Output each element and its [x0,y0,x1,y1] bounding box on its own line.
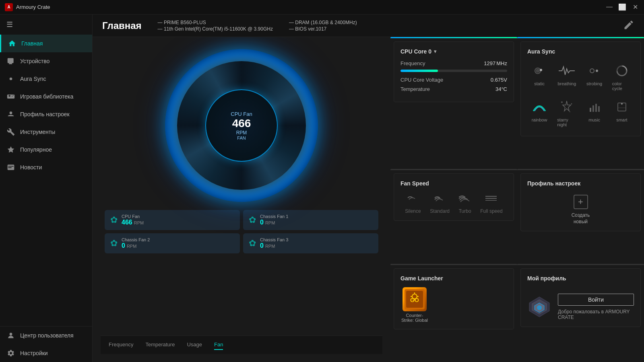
music-icon [586,99,603,115]
tab-fan[interactable]: Fan [214,340,223,350]
fan-stat-icon-cpu: ✿ [110,215,118,225]
fan-mode-full-speed[interactable]: Full speed [480,193,502,214]
starry-night-icon [559,99,575,115]
sidebar-item-profiles[interactable]: Профиль настроек [0,105,92,123]
profile-login: Войти Добро пожаловать в ARMOURY CRATE [558,294,634,320]
sidebar-item-aura[interactable]: Aura Sync [0,70,92,88]
fan-stat-value-chassis3: 0 [260,242,264,249]
hamburger-button[interactable]: ☰ [0,14,92,35]
sidebar-label-user-center: Центр пользователя [20,332,74,339]
fan-stat-info-cpu: CPU Fan 466 RPM [122,214,234,226]
fan-mode-standard[interactable]: Standard [430,193,450,214]
csgo-thumbnail: GO [402,287,427,311]
sidebar-item-games[interactable]: Игровая библиотека [0,88,92,105]
full-speed-icon [485,193,497,205]
fan-stat-unit-chassis3: RPM [265,244,275,249]
sys-info-col: — DRAM (16.0GB & 2400MHz) — BIOS ver.101… [289,20,357,32]
fan-stat-unit-chassis1: RPM [265,220,275,225]
minimize-button[interactable]: — [605,3,613,11]
sidebar-label-aura: Aura Sync [20,76,46,82]
my-profile-wrapper: Мой профиль [517,264,644,362]
aura-effect-music[interactable]: music [582,97,607,130]
fan-inner: CPU Fan 466 RPM FAN [205,89,278,162]
svg-rect-14 [598,106,600,112]
fan-stat-value-row-chassis1: 0 RPM [260,219,373,226]
aura-effect-label-color-cycle: color cycle [612,81,632,91]
fan-stat-chassis1: ✿ Chassis Fan 1 0 RPM [243,210,378,230]
fan-stat-value-cpu: 466 [122,219,132,226]
fan-stat-name-cpu: CPU Fan [122,214,234,219]
svg-point-1 [10,333,12,335]
sidebar-item-news[interactable]: Новости [0,158,92,176]
game-item-csgo[interactable]: GO Counter-Strike: Global [400,287,429,323]
cpu-dropdown-icon[interactable]: ▾ [434,49,436,54]
sidebar-label-games: Игровая библиотека [20,93,73,100]
fan-mode-turbo[interactable]: Turbo [459,193,471,214]
sidebar-label-tools: Инструменты [20,129,55,135]
temperature-label: Temperature [400,86,430,92]
aura-icon [6,74,15,83]
aura-effect-starry-night[interactable]: starry night [555,97,579,130]
fan-stat-value-row-chassis3: 0 RPM [260,242,373,249]
rainbow-icon [531,99,547,115]
aura-effect-label-music: music [588,117,600,122]
fan-mode-silence[interactable]: Silence [405,193,421,214]
frequency-progress-bg [400,70,507,72]
device-icon [6,57,15,66]
fan-label: CPU Fan [231,111,252,117]
aura-effect-rainbow[interactable]: rainbow [527,97,551,130]
page-title: Главная [102,20,142,31]
cpu-detail: — 11th Gen Intel(R) Core(TM) i5-11600K @… [158,26,273,32]
sidebar-label-profiles: Профиль настроек [20,111,70,117]
svg-point-10 [570,111,570,112]
fan-circle-container: CPU Fan 466 RPM FAN [165,49,318,202]
temperature-value: 34°C [495,86,507,92]
fan-type: FAN [237,136,246,140]
close-button[interactable]: ✕ [631,3,639,11]
login-button[interactable]: Войти [558,294,634,306]
fan-stat-name-chassis1: Chassis Fan 1 [260,214,373,219]
sidebar-item-home[interactable]: Главная [0,35,92,52]
fan-stat-value-chassis2: 0 [122,242,125,249]
game-launcher-title: Game Launcher [400,275,443,282]
tab-usage[interactable]: Usage [187,340,202,350]
sidebar-item-device[interactable]: Устройство [0,52,92,70]
profile-body: Войти Добро пожаловать в ARMOURY CRATE [527,294,634,320]
silence-icon [407,193,419,205]
svg-point-6 [596,70,598,72]
bottom-tabs: Frequency Temperature Usage Fan [101,335,382,354]
game-name-csgo: Counter-Strike: Global [400,313,429,323]
svg-rect-11 [590,108,591,112]
cpu-panel-header: CPU Core 0 ▾ [400,48,507,55]
aura-effect-strobing[interactable]: strobing [582,60,607,93]
aura-effect-breathing[interactable]: breathing [555,60,579,93]
sidebar-item-user-center[interactable]: Центр пользователя [0,327,92,344]
tab-frequency[interactable]: Frequency [109,340,133,350]
fan-stat-unit-chassis2: RPM [127,244,136,249]
main-content: Главная — PRIME B560-PLUS — 11th Gen Int… [93,14,644,362]
add-profile-button[interactable]: + Создать новый [527,195,634,224]
sidebar-item-popular[interactable]: Популярное [0,141,92,158]
header-right [623,19,634,32]
fan-stat-name-chassis3: Chassis Fan 3 [260,237,373,242]
svg-point-3 [536,69,540,73]
sidebar-label-popular: Популярное [20,146,52,153]
edit-icon[interactable] [623,19,634,31]
aura-effect-label-breathing: breathing [557,81,576,86]
sidebar-item-tools[interactable]: Инструменты [0,123,92,141]
profiles-icon [6,110,15,119]
fan-stat-info-chassis1: Chassis Fan 1 0 RPM [260,214,373,226]
tab-temperature[interactable]: Temperature [145,340,175,350]
my-profile-top-line [517,264,644,265]
sidebar-item-settings[interactable]: Настройки [0,344,92,362]
popular-icon [6,145,15,154]
aura-effect-color-cycle[interactable]: color cycle [610,60,634,93]
header-info: — PRIME B560-PLUS — 11th Gen Intel(R) Co… [158,20,357,32]
game-launcher-top-line [390,264,517,265]
aura-panel: Aura Sync [520,41,641,136]
app-icon: A [5,3,13,11]
svg-rect-13 [595,104,597,112]
aura-effect-static[interactable]: static [527,60,551,93]
aura-effect-smart[interactable]: smart [610,97,634,130]
maximize-button[interactable]: ⬜ [618,3,626,11]
